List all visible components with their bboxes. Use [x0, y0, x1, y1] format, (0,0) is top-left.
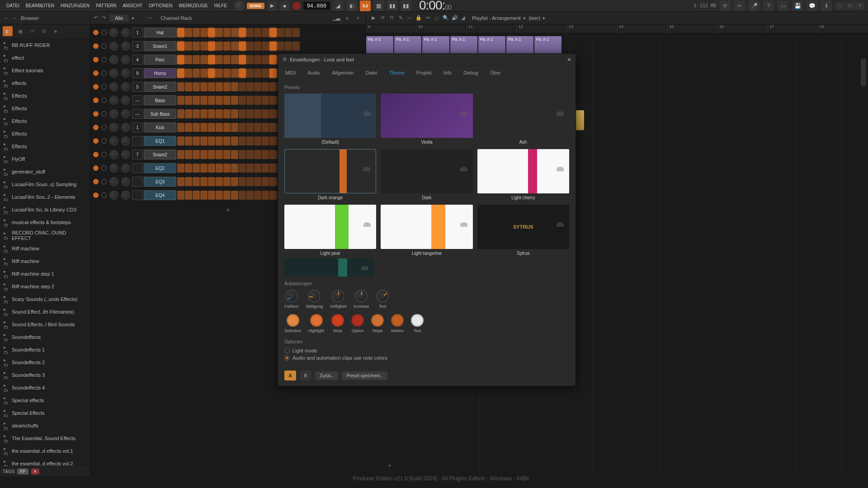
sync-icon[interactable]: ⟳	[720, 0, 731, 11]
channel-solo-led[interactable]	[101, 43, 107, 49]
channel-mute-led[interactable]	[93, 138, 99, 144]
step-button[interactable]	[246, 164, 254, 173]
step-button[interactable]	[177, 96, 184, 105]
channel-mute-led[interactable]	[93, 179, 99, 184]
channel-pan-knob[interactable]	[109, 150, 118, 159]
browser-item[interactable]: ▸ 🗀RECORD CRAC..OUND EFFECT	[0, 229, 90, 242]
channel-mute-led[interactable]	[93, 111, 99, 117]
step-button[interactable]	[239, 28, 246, 37]
channel-mute-led[interactable]	[93, 43, 99, 49]
step-button[interactable]	[208, 191, 215, 200]
channel-solo-led[interactable]	[101, 152, 107, 157]
step-button[interactable]	[262, 96, 269, 105]
step-button[interactable]	[200, 55, 208, 64]
step-button[interactable]	[231, 96, 238, 105]
rack-graph-icon[interactable]: ▁▃	[332, 14, 340, 22]
step-button[interactable]	[185, 164, 192, 173]
step-button[interactable]	[177, 177, 184, 186]
step-button[interactable]	[177, 164, 184, 173]
step-button[interactable]	[262, 55, 269, 64]
channel-solo-led[interactable]	[101, 70, 107, 76]
channel-solo-led[interactable]	[101, 30, 107, 35]
step-button[interactable]	[208, 42, 215, 51]
card-icon[interactable]: ▭	[778, 0, 788, 11]
step-button[interactable]	[223, 69, 231, 78]
channel-volume-knob[interactable]	[121, 164, 130, 173]
channel-solo-led[interactable]	[101, 192, 107, 198]
step-button[interactable]	[239, 109, 246, 118]
channel-pan-knob[interactable]	[109, 164, 118, 173]
theme-preset[interactable]: Veela	[381, 94, 472, 145]
step-button[interactable]	[262, 109, 269, 118]
theme-preset[interactable]: Ash	[477, 94, 569, 145]
text-color-swatch[interactable]	[411, 314, 424, 327]
step-button[interactable]	[193, 136, 200, 145]
channel-name-button[interactable]: EQ2	[144, 163, 176, 173]
pl-select-icon[interactable]: □	[433, 14, 440, 22]
step-button[interactable]	[262, 82, 269, 91]
step-button[interactable]	[193, 55, 200, 64]
channel-solo-led[interactable]	[101, 179, 107, 184]
countdown-icon[interactable]: ◐	[346, 0, 357, 11]
step-button[interactable]	[254, 55, 261, 64]
step-button[interactable]	[231, 191, 238, 200]
step-button[interactable]	[193, 177, 200, 186]
timeline-tick[interactable]: 18	[818, 24, 868, 33]
step-button[interactable]	[231, 136, 238, 145]
theme-preset[interactable]: Dark orange	[284, 149, 376, 200]
menu-file[interactable]: DATEI	[4, 2, 22, 9]
mode-song-badge[interactable]: SONG	[247, 3, 264, 9]
browser-back-icon[interactable]: ←	[4, 15, 9, 21]
step-button[interactable]	[223, 177, 231, 186]
step-button[interactable]	[200, 28, 208, 37]
rack-list-icon[interactable]: ≡	[343, 14, 351, 22]
kontrast-knob[interactable]	[355, 290, 368, 302]
step-button[interactable]	[262, 42, 269, 51]
menu-pattern[interactable]: PATTERN	[93, 2, 119, 9]
browser-all-icon[interactable]: ◧	[3, 26, 13, 36]
channel-volume-knob[interactable]	[121, 177, 130, 186]
channel-mute-led[interactable]	[93, 30, 99, 35]
rack-wave-icon[interactable]: 〰	[147, 15, 152, 21]
timeline-tick[interactable]: 9	[366, 24, 416, 33]
download-icon[interactable]: ⬇	[821, 0, 832, 11]
channel-pan-knob[interactable]	[109, 123, 118, 132]
step-button[interactable]	[193, 42, 200, 51]
bar-icon-2[interactable]: ▮▮	[401, 0, 411, 11]
highlight-color-swatch[interactable]	[310, 314, 323, 327]
compare-a-button[interactable]: A	[284, 371, 296, 380]
channel-solo-led[interactable]	[101, 125, 107, 130]
step-button[interactable]	[254, 136, 261, 145]
pl-sound-icon[interactable]: 🔊	[451, 14, 458, 22]
step-button[interactable]	[231, 150, 238, 159]
step-button[interactable]	[269, 55, 277, 64]
step-button[interactable]	[193, 69, 200, 78]
theme-preset[interactable]: Light pear	[284, 205, 376, 256]
step-button[interactable]	[292, 42, 300, 51]
menu-tools[interactable]: WERKZEUGE	[176, 2, 210, 9]
step-button[interactable]	[223, 42, 231, 51]
browser-item[interactable]: ▸ 🗀Soundeffects 2	[0, 356, 90, 369]
step-button[interactable]	[216, 55, 223, 64]
step-button[interactable]	[231, 177, 238, 186]
step-button[interactable]	[231, 123, 238, 132]
step-button[interactable]	[193, 109, 200, 118]
clips-note-colors-radio[interactable]	[284, 355, 290, 361]
step-button[interactable]	[177, 28, 184, 37]
channel-route-number[interactable]	[132, 136, 143, 146]
channel-solo-led[interactable]	[101, 111, 107, 117]
step-button[interactable]	[216, 164, 223, 173]
stop-button[interactable]: ■	[280, 1, 290, 11]
settings-tab-audio[interactable]: Audio	[306, 67, 322, 78]
browser-list[interactable]: ▸ 🗀BB RUFF RIDER▸ 🗀effect▸ 🗀Effect tutor…	[0, 38, 90, 466]
step-button[interactable]	[246, 109, 254, 118]
step-button[interactable]	[216, 28, 223, 37]
channel-volume-knob[interactable]	[121, 55, 130, 64]
channel-route-number[interactable]	[132, 163, 143, 173]
step-button[interactable]	[262, 177, 269, 186]
step-button[interactable]	[231, 28, 238, 37]
browser-item[interactable]: ▸ 🗀Effect tutorials	[0, 64, 90, 77]
browser-item[interactable]: ▸ 🗀steamchuffs	[0, 419, 90, 432]
channel-name-button[interactable]: Horns	[144, 68, 176, 78]
step-button[interactable]	[177, 136, 184, 145]
